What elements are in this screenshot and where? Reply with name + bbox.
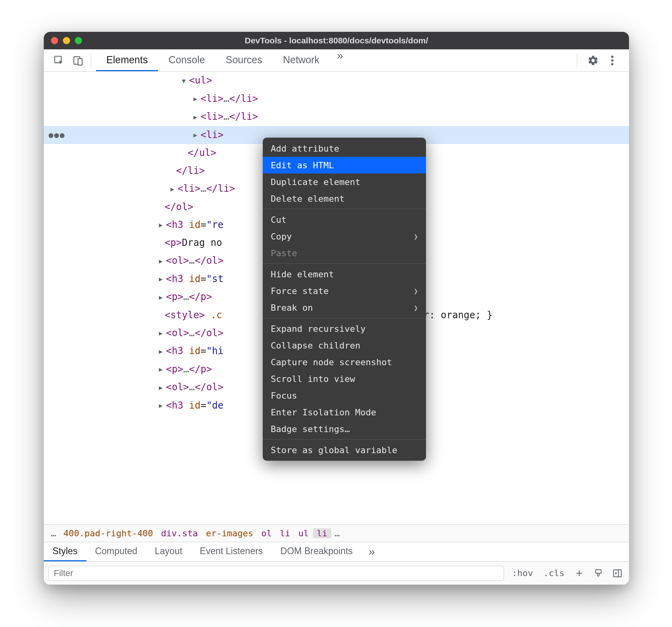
breadcrumb-item[interactable]: ul xyxy=(294,528,313,538)
menu-separator xyxy=(263,318,426,318)
tabs-overflow-icon[interactable]: » xyxy=(330,49,350,71)
menu-label: Edit as HTML xyxy=(271,156,334,174)
menu-label: Duplicate element xyxy=(271,173,360,191)
menu-store-as-global[interactable]: Store as global variable xyxy=(263,442,426,458)
paint-brush-icon[interactable] xyxy=(592,567,605,580)
svg-point-3 xyxy=(611,55,613,58)
tab-sources[interactable]: Sources xyxy=(215,49,273,71)
menu-label: Collapse children xyxy=(271,337,360,354)
breadcrumb-item[interactable]: ol xyxy=(257,528,276,538)
dom-node[interactable]: <ul> xyxy=(44,72,629,90)
more-menu-icon[interactable] xyxy=(604,53,620,68)
svg-rect-7 xyxy=(613,570,621,576)
menu-separator xyxy=(263,439,426,440)
menu-cut[interactable]: Cut xyxy=(263,211,426,228)
breadcrumb: … 400.pad-right-400 div.sta er-images ol… xyxy=(44,524,629,542)
sub-tab-computed[interactable]: Computed xyxy=(86,542,146,561)
menu-label: Hide element xyxy=(271,265,334,283)
menu-add-attribute[interactable]: Add attribute xyxy=(263,140,426,157)
tab-network[interactable]: Network xyxy=(273,49,330,71)
svg-rect-2 xyxy=(78,58,82,65)
menu-label: Store as global variable xyxy=(271,441,397,459)
settings-gear-icon[interactable] xyxy=(585,53,601,68)
context-menu: Add attribute Edit as HTML Duplicate ele… xyxy=(263,138,426,461)
sub-tab-layout[interactable]: Layout xyxy=(146,542,191,561)
close-window-button[interactable] xyxy=(51,37,58,44)
chevron-right-icon: ❯ xyxy=(414,299,418,317)
menu-delete-element[interactable]: Delete element xyxy=(263,190,426,207)
menu-copy[interactable]: Copy❯ xyxy=(263,228,426,245)
menu-focus[interactable]: Focus xyxy=(263,387,426,404)
svg-rect-6 xyxy=(596,570,601,573)
selected-indicator-icon: ●●● xyxy=(49,126,65,144)
menu-label: Break on xyxy=(271,299,313,317)
menu-break-on[interactable]: Break on❯ xyxy=(263,299,426,316)
chevron-right-icon: ❯ xyxy=(414,282,418,300)
menu-label: Delete element xyxy=(271,190,344,208)
menu-scroll-into-view[interactable]: Scroll into view xyxy=(263,370,426,387)
hov-toggle[interactable]: :hov xyxy=(510,568,535,578)
tab-console[interactable]: Console xyxy=(158,49,215,71)
dom-node[interactable]: <li>…</li> xyxy=(44,108,629,126)
cls-toggle[interactable]: .cls xyxy=(541,568,567,578)
styles-filter-bar: :hov .cls xyxy=(44,562,629,585)
breadcrumb-item[interactable]: er-images xyxy=(202,528,257,538)
menu-badge-settings[interactable]: Badge settings… xyxy=(263,421,426,437)
minimize-window-button[interactable] xyxy=(63,37,70,44)
menu-label: Capture node screenshot xyxy=(271,353,392,371)
tab-elements[interactable]: Elements xyxy=(96,49,158,71)
menu-label: Copy xyxy=(271,228,292,245)
menu-label: Add attribute xyxy=(271,140,339,158)
dom-node[interactable]: <li>…</li> xyxy=(44,90,629,108)
sub-tab-dom-breakpoints[interactable]: DOM Breakpoints xyxy=(272,542,361,561)
menu-label: Badge settings… xyxy=(271,420,350,438)
devtools-window: DevTools - localhost:8080/docs/devtools/… xyxy=(44,32,629,585)
menu-paste: Paste xyxy=(263,245,426,261)
styles-sub-tabs: Styles Computed Layout Event Listeners D… xyxy=(44,542,629,562)
breadcrumb-overflow-left[interactable]: … xyxy=(48,528,59,538)
menu-label: Expand recursively xyxy=(271,320,365,338)
titlebar: DevTools - localhost:8080/docs/devtools/… xyxy=(44,32,629,49)
sub-tab-event-listeners[interactable]: Event Listeners xyxy=(191,542,272,561)
toolbar-divider xyxy=(91,53,91,68)
menu-separator xyxy=(263,209,426,209)
menu-separator xyxy=(263,263,426,264)
breadcrumb-item[interactable]: 400.pad-right-400 xyxy=(59,528,157,538)
svg-point-4 xyxy=(611,59,613,62)
menu-capture-node-screenshot[interactable]: Capture node screenshot xyxy=(263,354,426,370)
new-style-rule-icon[interactable] xyxy=(572,567,586,580)
chevron-right-icon: ❯ xyxy=(414,228,418,245)
breadcrumb-item[interactable]: div.sta xyxy=(157,528,202,538)
device-toggle-icon[interactable] xyxy=(70,53,86,68)
menu-duplicate-element[interactable]: Duplicate element xyxy=(263,173,426,190)
menu-force-state[interactable]: Force state❯ xyxy=(263,282,426,299)
zoom-window-button[interactable] xyxy=(75,37,82,44)
sub-tab-styles[interactable]: Styles xyxy=(44,542,86,561)
menu-label: Scroll into view xyxy=(271,370,355,388)
menu-label: Focus xyxy=(271,387,297,405)
main-tabs: Elements Console Sources Network » xyxy=(96,49,350,71)
breadcrumb-item-selected[interactable]: li xyxy=(313,528,332,538)
elements-dom-tree[interactable]: <ul> <li>…</li> <li>…</li> ●●● <li> </ul… xyxy=(44,72,629,524)
menu-hide-element[interactable]: Hide element xyxy=(263,266,426,282)
breadcrumb-overflow-right[interactable]: … xyxy=(331,528,343,538)
main-toolbar: Elements Console Sources Network » xyxy=(44,49,629,72)
computed-panel-toggle-icon[interactable] xyxy=(611,567,624,580)
traffic-lights xyxy=(51,37,82,44)
menu-enter-isolation-mode[interactable]: Enter Isolation Mode xyxy=(263,404,426,421)
toolbar-divider xyxy=(577,53,577,68)
menu-label: Enter Isolation Mode xyxy=(271,403,376,421)
menu-edit-as-html[interactable]: Edit as HTML xyxy=(263,157,426,173)
window-title: DevTools - localhost:8080/docs/devtools/… xyxy=(44,36,629,45)
menu-label: Force state xyxy=(271,282,329,300)
breadcrumb-item[interactable]: li xyxy=(276,528,295,538)
inspect-element-icon[interactable] xyxy=(51,53,67,68)
svg-point-5 xyxy=(611,63,613,65)
menu-expand-recursively[interactable]: Expand recursively xyxy=(263,320,426,337)
filter-input[interactable] xyxy=(49,566,504,581)
menu-label: Paste xyxy=(271,244,297,262)
sub-tabs-overflow-icon[interactable]: » xyxy=(361,545,382,558)
menu-collapse-children[interactable]: Collapse children xyxy=(263,337,426,354)
menu-label: Cut xyxy=(271,211,287,229)
